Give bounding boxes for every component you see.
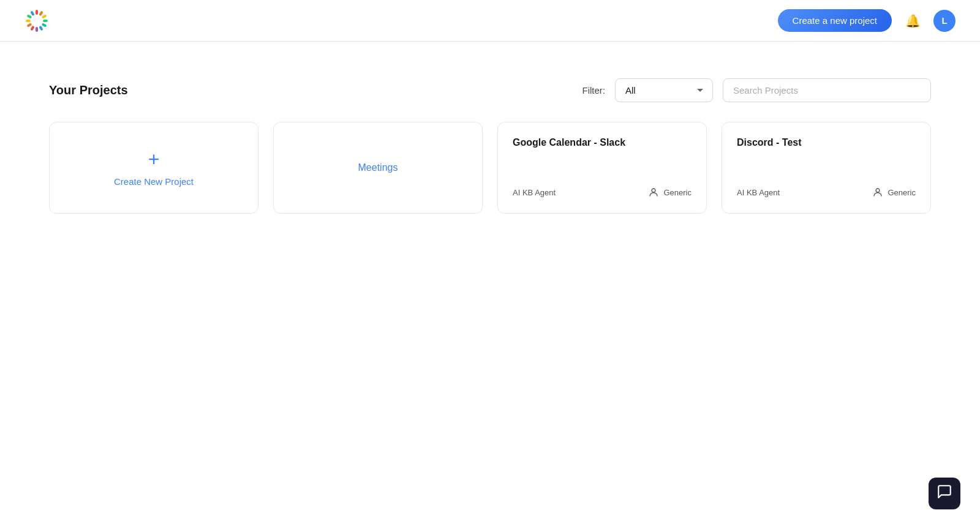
plus-icon: + bbox=[148, 149, 160, 169]
svg-rect-5 bbox=[39, 25, 43, 31]
create-project-label: Create New Project bbox=[114, 176, 194, 187]
notification-button[interactable]: 🔔 bbox=[902, 10, 924, 32]
generic-icon bbox=[872, 186, 884, 198]
search-input[interactable] bbox=[723, 78, 931, 102]
google-calendar-slack-card[interactable]: Google Calendar - Slack AI KB Agent Gene… bbox=[497, 122, 707, 214]
chat-widget[interactable] bbox=[929, 478, 960, 509]
header-right: Create a new project 🔔 L bbox=[778, 9, 956, 32]
project-type: Generic bbox=[647, 186, 692, 198]
bell-icon: 🔔 bbox=[905, 13, 921, 28]
create-new-project-button[interactable]: Create a new project bbox=[778, 9, 892, 32]
project-agent: AI KB Agent bbox=[737, 188, 780, 197]
svg-rect-0 bbox=[36, 10, 38, 15]
meetings-project-card[interactable]: Meetings bbox=[273, 122, 483, 214]
create-project-card[interactable]: + Create New Project bbox=[49, 122, 258, 214]
filter-label: Filter: bbox=[582, 85, 606, 96]
svg-point-12 bbox=[652, 189, 655, 192]
project-agent: AI KB Agent bbox=[513, 188, 556, 197]
svg-rect-3 bbox=[43, 20, 48, 22]
filter-select[interactable]: All Active Archived bbox=[615, 78, 713, 102]
filter-area: Filter: All Active Archived bbox=[582, 78, 932, 102]
project-category: Generic bbox=[888, 188, 916, 197]
project-name: Discord - Test bbox=[737, 137, 916, 148]
avatar[interactable]: L bbox=[933, 10, 956, 32]
svg-rect-4 bbox=[42, 23, 47, 27]
svg-rect-2 bbox=[42, 14, 47, 18]
chat-icon bbox=[937, 484, 952, 503]
page-title: Your Projects bbox=[49, 83, 128, 97]
project-type: Generic bbox=[872, 186, 916, 198]
project-category: Generic bbox=[663, 188, 692, 197]
svg-rect-10 bbox=[26, 14, 32, 18]
discord-test-card[interactable]: Discord - Test AI KB Agent Generic bbox=[722, 122, 931, 214]
generic-icon bbox=[647, 186, 660, 198]
svg-point-13 bbox=[876, 189, 880, 192]
svg-rect-8 bbox=[26, 23, 32, 27]
project-meta: AI KB Agent Generic bbox=[513, 186, 692, 198]
meetings-label: Meetings bbox=[358, 162, 398, 173]
svg-rect-9 bbox=[26, 20, 31, 22]
svg-rect-6 bbox=[36, 27, 38, 32]
project-meta: AI KB Agent Generic bbox=[737, 186, 916, 198]
header: Create a new project 🔔 L bbox=[0, 0, 980, 42]
header-left bbox=[24, 9, 49, 33]
svg-rect-1 bbox=[39, 10, 43, 16]
search-wrapper bbox=[723, 78, 931, 102]
section-header: Your Projects Filter: All Active Archive… bbox=[49, 78, 931, 102]
svg-rect-11 bbox=[30, 10, 34, 16]
svg-rect-7 bbox=[30, 25, 34, 31]
main-content: Your Projects Filter: All Active Archive… bbox=[0, 42, 980, 250]
projects-grid: + Create New Project Meetings Google Cal… bbox=[49, 122, 931, 214]
logo-icon[interactable] bbox=[24, 9, 49, 33]
project-name: Google Calendar - Slack bbox=[513, 137, 692, 148]
